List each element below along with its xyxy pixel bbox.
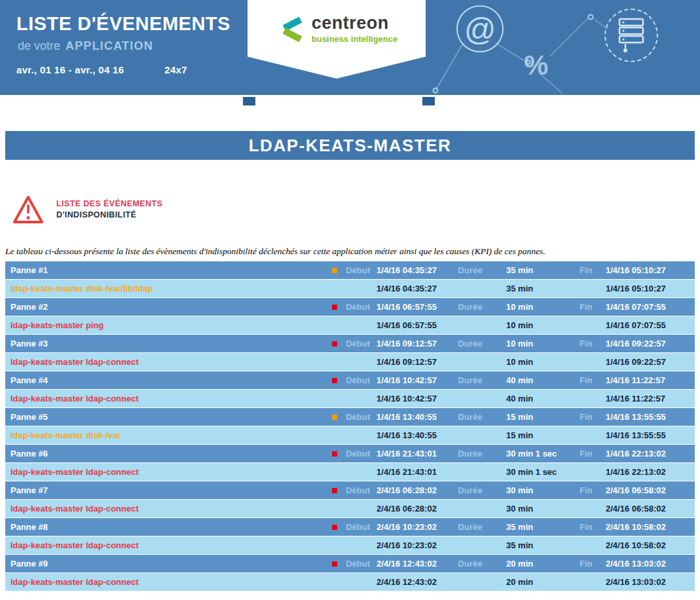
start-label: Début [337, 412, 370, 422]
start-value: 1/4/16 21:43:01 [370, 449, 443, 459]
kpi-name: ldap-keats-master ldap-connect [5, 467, 327, 477]
kpi-end-value: 1/4/16 05:10:27 [602, 284, 695, 293]
severity-square [332, 561, 337, 567]
severity-square-cell [327, 561, 337, 567]
kpi-duration-value: 15 min [497, 430, 570, 440]
event-id: Panne #9 [5, 559, 327, 569]
brand-name: centreon [312, 14, 398, 32]
severity-square [332, 341, 337, 347]
start-value: 2/4/16 12:43:02 [370, 559, 443, 569]
subtitle-prefix: de votre [18, 39, 60, 52]
duration-value: 10 min [497, 302, 570, 312]
kpi-start-value: 1/4/16 06:57:55 [370, 320, 443, 330]
event-detail-row: ldap-keats-master ldap-connect1/4/16 10:… [5, 390, 695, 408]
severity-square [332, 525, 337, 530]
event-id: Panne #8 [5, 522, 327, 532]
event-detail-row: ldap-keats-master ldap-connect1/4/16 09:… [5, 353, 695, 371]
kpi-duration-value: 10 min [497, 320, 570, 330]
kpi-start-value: 1/4/16 21:43:01 [370, 467, 443, 477]
event-header-row: Panne #9Début2/4/16 12:43:02Durée20 minF… [5, 555, 695, 573]
event-id: Panne #1 [5, 265, 327, 275]
event-header-row: Panne #5Début1/4/16 13:40:55Durée15 minF… [5, 408, 695, 426]
kpi-start-value: 1/4/16 10:42:57 [370, 394, 443, 403]
duration-value: 30 min [497, 485, 570, 495]
kpi-start-value: 1/4/16 09:12:57 [370, 357, 443, 367]
severity-square [332, 451, 337, 457]
event-header-row: Panne #7Début2/4/16 06:28:02Durée30 minF… [5, 481, 695, 500]
event-header-row: Panne #6Début1/4/16 21:43:01Durée30 min … [5, 445, 695, 463]
kpi-end-value: 1/4/16 07:07:55 [602, 320, 695, 330]
section-title-line2: D'INDISPONIBILITÉ [56, 210, 162, 221]
duration-label: Durée [443, 559, 497, 569]
event-id: Panne #4 [5, 375, 327, 385]
end-label: Fin [570, 412, 602, 422]
event-id: Panne #6 [5, 449, 327, 459]
duration-value: 35 min [497, 522, 570, 532]
duration-label: Durée [443, 485, 497, 495]
header-gap [0, 95, 700, 131]
duration-value: 15 min [497, 412, 570, 422]
severity-square-cell [327, 415, 337, 420]
kpi-end-value: 1/4/16 13:55:55 [602, 430, 695, 440]
decor-square-left [243, 97, 255, 105]
event-detail-row: ldap-keats-master ldap-connect1/4/16 21:… [5, 463, 695, 481]
end-value: 1/4/16 05:10:27 [602, 265, 695, 275]
duration-label: Durée [443, 449, 497, 459]
event-header-row: Panne #4Début1/4/16 10:42:57Durée40 minF… [5, 371, 695, 390]
duration-label: Durée [443, 375, 497, 385]
event-detail-row: ldap-keats-master ping1/4/16 06:57:5510 … [5, 316, 695, 335]
kpi-name: ldap-keats-master ldap-connect [5, 577, 327, 587]
brand-text: centreon business intelligence [312, 14, 398, 44]
duration-value: 40 min [497, 375, 570, 385]
decor-square-right [422, 97, 435, 105]
start-value: 1/4/16 06:57:55 [370, 302, 443, 312]
start-value: 1/4/16 09:12:57 [370, 339, 443, 348]
kpi-start-value: 2/4/16 10:23:02 [370, 540, 443, 550]
events-table: Panne #1Début1/4/16 04:35:27Durée35 minF… [5, 261, 695, 591]
severity-square [332, 305, 337, 310]
duration-label: Durée [443, 522, 497, 532]
end-value: 1/4/16 09:22:57 [602, 339, 695, 348]
end-label: Fin [570, 375, 602, 385]
end-value: 1/4/16 22:13:02 [602, 449, 695, 459]
duration-value: 30 min 1 sec [497, 449, 570, 459]
event-id: Panne #5 [5, 412, 327, 422]
kpi-duration-value: 10 min [497, 357, 570, 367]
kpi-duration-value: 20 min [497, 577, 570, 587]
end-value: 1/4/16 13:55:55 [602, 412, 695, 422]
kpi-end-value: 2/4/16 13:03:02 [602, 577, 695, 587]
start-label: Début [337, 449, 370, 459]
event-header-row: Panne #2Début1/4/16 06:57:55Durée10 minF… [5, 298, 695, 316]
duration-label: Durée [443, 339, 497, 348]
start-label: Début [337, 302, 370, 312]
end-label: Fin [570, 339, 602, 348]
end-value: 1/4/16 07:07:55 [602, 302, 695, 312]
end-value: 1/4/16 11:22:57 [602, 375, 695, 385]
kpi-start-value: 2/4/16 12:43:02 [370, 577, 443, 587]
section-title: LISTE DES ÉVÉNEMENTS D'INDISPONIBILITÉ [56, 198, 162, 221]
kpi-start-value: 2/4/16 06:28:02 [370, 504, 443, 514]
kpi-end-value: 2/4/16 10:58:02 [602, 540, 695, 550]
severity-square [332, 488, 337, 493]
start-value: 1/4/16 10:42:57 [370, 375, 443, 385]
duration-label: Durée [443, 302, 497, 312]
section-title-line1: LISTE DES ÉVÉNEMENTS [56, 198, 162, 210]
event-header-row: Panne #3Début1/4/16 09:12:57Durée10 minF… [5, 335, 695, 353]
kpi-end-value: 1/4/16 22:13:02 [602, 467, 695, 477]
severity-square-cell [327, 525, 337, 530]
intro-text: Le tableau ci-dessous présente la liste … [5, 246, 695, 257]
unavailability-events-section-header: LISTE DES ÉVÉNEMENTS D'INDISPONIBILITÉ [12, 193, 700, 227]
severity-square-cell [327, 305, 337, 310]
kpi-end-value: 1/4/16 11:22:57 [602, 394, 695, 403]
severity-square-cell [327, 268, 337, 273]
start-value: 2/4/16 10:23:02 [370, 522, 443, 532]
schedule-label: 24x7 [164, 64, 187, 75]
end-label: Fin [570, 559, 602, 569]
event-header-row: Panne #8Début2/4/16 10:23:02Durée35 minF… [5, 518, 695, 536]
start-label: Début [337, 485, 370, 495]
end-label: Fin [570, 302, 602, 312]
event-detail-row: ldap-keats-master ldap-connect2/4/16 06:… [5, 500, 695, 518]
event-detail-row: ldap-keats-master ldap-connect2/4/16 10:… [5, 536, 695, 555]
event-header-row: Panne #1Début1/4/16 04:35:27Durée35 minF… [5, 261, 695, 280]
end-label: Fin [570, 485, 602, 495]
